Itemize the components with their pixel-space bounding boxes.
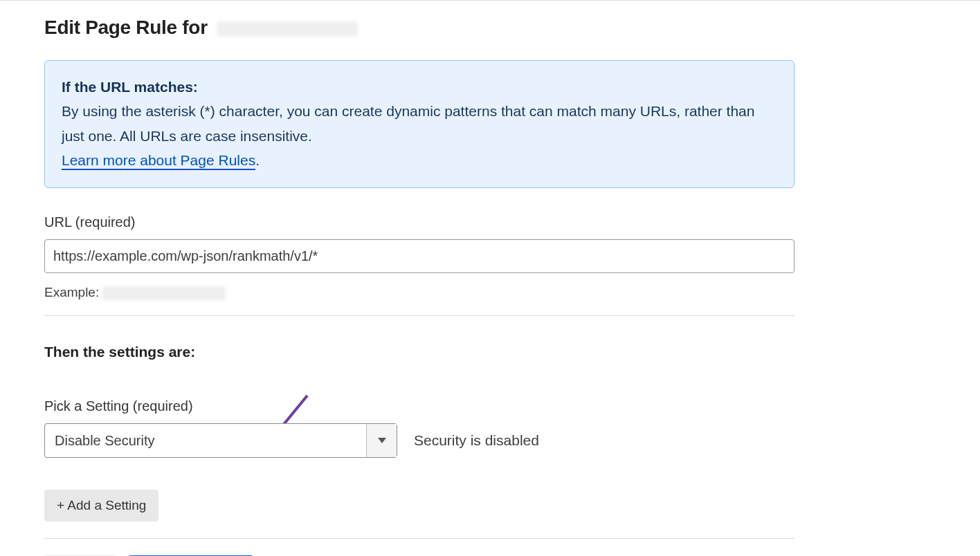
example-prefix: Example: [44,285,99,299]
svg-marker-2 [378,438,386,443]
info-box: If the URL matches: By using the asteris… [44,60,795,188]
info-link-suffix: . [255,152,260,168]
page-title-prefix: Edit Page Rule for [44,17,208,38]
info-lead: If the URL matches: [62,79,198,95]
redacted-example [102,286,226,300]
page-title: Edit Page Rule for [44,13,795,42]
settings-heading: Then the settings are: [44,341,795,363]
divider-2 [44,538,795,539]
example-line: Example: [44,283,795,303]
setting-status: Security is disabled [414,429,539,452]
learn-more-link[interactable]: Learn more about Page Rules [62,152,255,170]
info-body: By using the asterisk (*) character, you… [62,103,754,143]
chevron-down-icon [366,424,397,457]
setting-select-value: Disable Security [45,424,366,457]
url-input[interactable] [44,239,795,273]
page-rule-form: Edit Page Rule for If the URL matches: B… [0,13,795,556]
setting-row: Disable Security Security is disabled [44,423,795,458]
add-setting-button[interactable]: + Add a Setting [44,490,158,521]
top-divider [0,0,980,1]
pick-setting-label: Pick a Setting (required) [44,396,795,416]
url-label: URL (required) [44,212,795,232]
redacted-domain [217,21,358,37]
divider-1 [44,315,795,316]
setting-select[interactable]: Disable Security [44,423,397,458]
